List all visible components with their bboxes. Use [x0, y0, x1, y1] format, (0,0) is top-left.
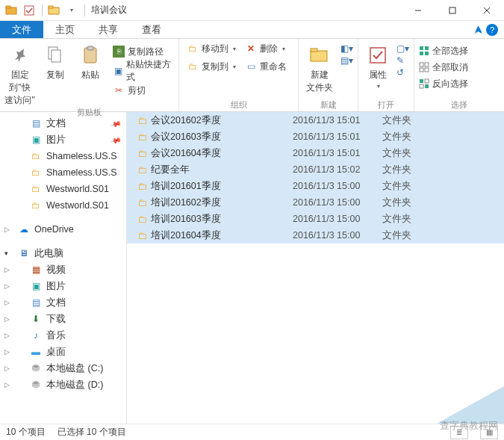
new-folder-button[interactable]: 新建 文件夹	[303, 40, 336, 94]
nav-item-docs2[interactable]: ▷ ▤ 文档	[0, 294, 126, 311]
list-item[interactable]: 🗀培训201602季度2016/11/3 15:00文件夹	[127, 194, 504, 211]
nav-item-thispc[interactable]: ▾ 🖥 此电脑	[0, 245, 126, 261]
navigation-pane: ▤ 文档 📌 ▣ 图片 📌 🗀 Shameless.US.S 🗀 Shamele…	[0, 112, 127, 424]
move-to-button[interactable]: 🗀 移动到 ▾	[184, 40, 239, 57]
paste-button[interactable]: 粘贴	[75, 40, 105, 81]
minimize-button[interactable]	[401, 0, 435, 21]
invert-selection-button[interactable]: 反向选择	[419, 76, 468, 91]
chevron-right-icon[interactable]: ▷	[4, 365, 10, 372]
nav-item-folder[interactable]: 🗀 Shameless.US.S	[0, 164, 126, 181]
cut-icon: ✂	[113, 84, 125, 96]
tab-file[interactable]: 文件	[0, 21, 43, 38]
chevron-down-icon[interactable]: ▾	[4, 250, 8, 257]
maximize-button[interactable]	[435, 0, 470, 21]
nav-item-docs[interactable]: ▤ 文档 📌	[0, 115, 126, 131]
list-item[interactable]: 🗀培训201603季度2016/11/3 15:00文件夹	[127, 211, 504, 227]
list-item[interactable]: 🗀培训201604季度2016/11/3 15:00文件夹	[127, 227, 504, 244]
new-item-icon[interactable]: ◧▾	[340, 43, 353, 54]
tab-share[interactable]: 共享	[87, 21, 130, 38]
chevron-down-icon: ▾	[233, 63, 236, 70]
svg-rect-1	[6, 6, 10, 8]
close-button[interactable]	[470, 0, 504, 21]
paste-shortcut-icon: ▣	[113, 65, 122, 77]
select-none-button[interactable]: 全部取消	[419, 60, 468, 75]
folder-icon: 🗀	[137, 131, 151, 143]
desktop-icon: ▬	[30, 346, 42, 358]
ribbon-group-clipboard: 固定到"快 速访问" 复制 粘贴 ⎘ 复制路径 ▣	[0, 39, 179, 111]
history-icon[interactable]: ↺	[396, 67, 409, 78]
chevron-right-icon[interactable]: ▷	[4, 315, 10, 323]
paste-icon	[78, 43, 102, 67]
copy-button[interactable]: 复制	[40, 40, 70, 81]
music-icon: ♪	[30, 329, 42, 341]
rename-icon: ▭	[245, 61, 257, 72]
pin-quickaccess-button[interactable]: 固定到"快 速访问"	[4, 40, 35, 107]
list-item[interactable]: 🗀培训201601季度2016/11/3 15:00文件夹	[127, 178, 504, 194]
new-folder-icon	[308, 43, 332, 67]
paste-shortcut-button[interactable]: ▣ 粘贴快捷方式	[110, 63, 174, 79]
nav-item-video[interactable]: ▷ ▦ 视频	[0, 261, 126, 278]
nav-item-cdrive[interactable]: ▷ ⛃ 本地磁盘 (C:)	[0, 360, 126, 377]
open-icon[interactable]: ▢▾	[396, 43, 409, 54]
svg-rect-26	[420, 84, 423, 88]
delete-icon: ✕	[245, 43, 257, 55]
file-list[interactable]: 🗀会议201602季度2016/11/3 15:01文件夹 🗀会议201603季…	[127, 112, 504, 424]
chevron-right-icon[interactable]: ▷	[4, 266, 10, 273]
folder-icon: 🗀	[137, 230, 151, 241]
cut-button[interactable]: ✂ 剪切	[110, 82, 174, 99]
qat-folder-icon[interactable]	[3, 2, 19, 19]
folder-icon: 🗀	[30, 150, 42, 162]
chevron-right-icon[interactable]: ▷	[4, 282, 10, 290]
qat-properties-icon[interactable]	[21, 2, 37, 19]
video-icon: ▦	[30, 264, 42, 276]
copy-path-button[interactable]: ⎘ 复制路径	[110, 43, 174, 60]
folder-icon: 🗀	[187, 61, 199, 72]
chevron-right-icon[interactable]: ▷	[4, 348, 10, 356]
qat-dropdown-icon[interactable]: ▾	[63, 2, 80, 19]
qat-newfolder-icon[interactable]	[46, 2, 62, 19]
pin-icon: 📌	[110, 134, 122, 146]
edit-icon[interactable]: ✎	[396, 55, 409, 66]
nav-item-music[interactable]: ▷ ♪ 音乐	[0, 327, 126, 344]
rename-button[interactable]: ▭ 重命名	[242, 58, 290, 75]
nav-item-folder[interactable]: 🗀 Westworld.S01	[0, 181, 126, 197]
separator	[42, 4, 43, 16]
help-icon[interactable]: ?	[486, 24, 498, 36]
nav-item-pics2[interactable]: ▷ ▣ 图片	[0, 278, 126, 294]
view-icons-button[interactable]: ▦	[480, 426, 498, 439]
separator	[84, 4, 85, 16]
nav-item-desktop[interactable]: ▷ ▬ 桌面	[0, 344, 126, 360]
ribbon-group-organize: 🗀 移动到 ▾ ✕ 删除 ▾ 🗀 复制到 ▾ ▭ 重命名	[179, 39, 299, 111]
nav-item-pics[interactable]: ▣ 图片 📌	[0, 131, 126, 148]
list-item[interactable]: 🗀会议201603季度2016/11/3 15:01文件夹	[127, 128, 504, 145]
chevron-right-icon[interactable]: ▷	[4, 332, 10, 339]
folder-icon: 🗀	[187, 43, 199, 55]
computer-icon: 🖥	[18, 247, 30, 259]
nav-item-ddrive[interactable]: ▷ ⛃ 本地磁盘 (D:)	[0, 377, 126, 393]
chevron-right-icon[interactable]: ▷	[4, 226, 10, 233]
copy-to-button[interactable]: 🗀 复制到 ▾	[184, 58, 239, 75]
nav-item-onedrive[interactable]: ▷ ☁ OneDrive	[0, 221, 126, 238]
delete-button[interactable]: ✕ 删除 ▾	[242, 40, 288, 57]
tab-view[interactable]: 查看	[130, 21, 173, 38]
list-item[interactable]: 🗀会议201604季度2016/11/3 15:01文件夹	[127, 145, 504, 161]
svg-rect-14	[311, 49, 317, 52]
nav-item-downloads[interactable]: ▷ ⬇ 下载	[0, 311, 126, 327]
item-count: 10 个项目	[6, 426, 46, 439]
easy-access-icon[interactable]: ▤▾	[340, 55, 353, 66]
list-item[interactable]: 🗀会议201602季度2016/11/3 15:01文件夹	[127, 112, 504, 128]
cloud-icon: ☁	[18, 223, 30, 235]
svg-rect-12	[87, 46, 93, 50]
folder-icon: 🗀	[30, 199, 42, 211]
chevron-right-icon[interactable]: ▷	[4, 299, 10, 306]
list-item[interactable]: 🗀纪要全年2016/11/3 15:02文件夹	[127, 161, 504, 178]
properties-icon	[366, 43, 390, 67]
select-all-button[interactable]: 全部选择	[419, 43, 468, 58]
chevron-right-icon[interactable]: ▷	[4, 381, 10, 388]
properties-button[interactable]: 属性 ▾	[363, 40, 392, 90]
tab-home[interactable]: 主页	[43, 21, 87, 38]
nav-item-folder[interactable]: 🗀 Westworld.S01	[0, 197, 126, 214]
nav-item-folder[interactable]: 🗀 Shameless.US.S	[0, 148, 126, 164]
minimize-ribbon-icon[interactable]: ⮝	[474, 25, 483, 35]
view-details-button[interactable]: ≣	[450, 426, 468, 439]
